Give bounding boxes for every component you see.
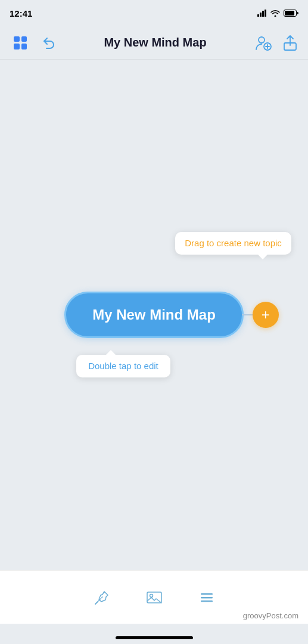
- share-button[interactable]: [282, 35, 298, 51]
- pin-tool-button[interactable]: [90, 586, 114, 609]
- drag-tooltip-text: Drag to create new topic: [185, 238, 282, 248]
- menu-tool-button[interactable]: [195, 586, 219, 609]
- grid-cell-2: [21, 36, 27, 42]
- battery-icon: [284, 10, 298, 17]
- add-person-icon: [253, 33, 272, 52]
- svg-rect-3: [265, 10, 266, 17]
- center-node-text: My New Mind Map: [92, 306, 216, 323]
- mind-map-container: Drag to create new topic My New Mind Map…: [64, 292, 244, 338]
- signal-icon: [257, 10, 267, 17]
- watermark: groovyPost.com: [243, 611, 298, 620]
- edit-tooltip-text: Double tap to edit: [88, 361, 158, 371]
- grid-icon: [14, 36, 27, 49]
- grid-cell-4: [21, 44, 27, 49]
- svg-rect-13: [201, 600, 213, 602]
- wifi-icon: [270, 10, 280, 17]
- image-icon: [146, 589, 163, 606]
- plus-icon: +: [262, 308, 270, 322]
- pin-icon: [94, 589, 110, 606]
- grid-cell-3: [14, 44, 20, 49]
- menu-lines-icon: [198, 589, 215, 606]
- status-icons: [257, 10, 298, 17]
- nav-bar: My New Mind Map: [0, 26, 308, 60]
- svg-point-10: [150, 594, 153, 597]
- add-person-button[interactable]: [253, 33, 272, 52]
- center-node[interactable]: My New Mind Map +: [64, 292, 244, 338]
- undo-button[interactable]: [41, 35, 57, 51]
- share-icon: [282, 35, 298, 51]
- status-time: 12:41: [10, 8, 32, 18]
- undo-icon: [42, 36, 56, 50]
- svg-rect-2: [262, 11, 264, 17]
- home-indicator: [116, 636, 193, 639]
- svg-rect-11: [201, 593, 213, 595]
- grid-cell-1: [14, 36, 20, 42]
- nav-right: [253, 33, 298, 52]
- image-tool-button[interactable]: [142, 586, 166, 609]
- svg-rect-12: [201, 597, 213, 599]
- page-title: My New Mind Map: [57, 36, 253, 49]
- canvas-area: Drag to create new topic My New Mind Map…: [0, 60, 308, 570]
- svg-rect-5: [285, 11, 294, 16]
- drag-tooltip: Drag to create new topic: [175, 232, 291, 255]
- status-bar: 12:41: [0, 0, 308, 26]
- svg-rect-0: [257, 14, 259, 17]
- add-topic-button[interactable]: +: [253, 302, 279, 328]
- nav-left: [10, 32, 57, 54]
- svg-point-6: [259, 37, 265, 43]
- svg-rect-1: [260, 13, 262, 17]
- grid-icon-button[interactable]: [10, 32, 31, 54]
- edit-tooltip: Double tap to edit: [76, 355, 170, 377]
